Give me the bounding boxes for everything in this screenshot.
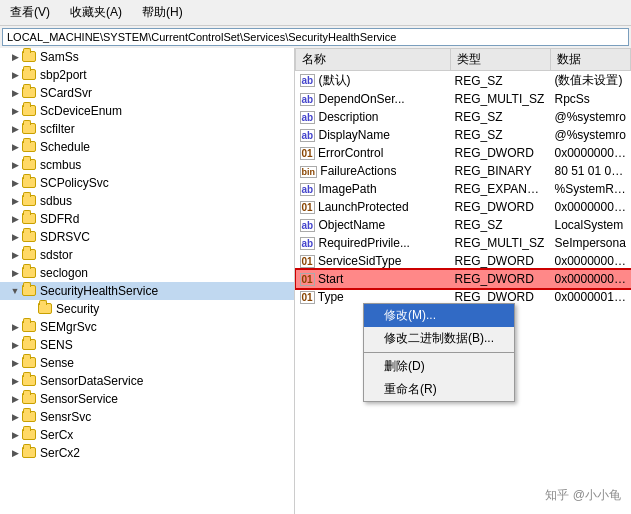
cell-data: @%systemro (551, 126, 631, 144)
cell-type: REG_EXPAND_SZ (451, 180, 551, 198)
folder-icon (22, 428, 38, 442)
tree-label: sdbus (40, 194, 72, 208)
ab-icon: ab (300, 110, 319, 124)
folder-icon (22, 284, 38, 298)
dword-icon: 01 (300, 254, 318, 268)
cell-name: DisplayName (319, 128, 390, 142)
tree-label: sdstor (40, 248, 73, 262)
cell-data: %SystemRoo (551, 180, 631, 198)
tree-item-scdeviceenum[interactable]: ▶ScDeviceEnum (0, 102, 294, 120)
dword-icon: 01 (300, 146, 318, 160)
folder-icon (22, 374, 38, 388)
folder-icon (22, 230, 38, 244)
cell-data: RpcSs (551, 90, 631, 108)
tree-item-sens[interactable]: ▶SENS (0, 336, 294, 354)
tree-item-sdstor[interactable]: ▶sdstor (0, 246, 294, 264)
cell-data: @%systemro (551, 108, 631, 126)
menu-help[interactable]: 帮助(H) (136, 2, 189, 23)
tree-panel[interactable]: ▶SamSs▶sbp2port▶SCardSvr▶ScDeviceEnum▶sc… (0, 48, 295, 514)
tree-item-sensordataservice[interactable]: ▶SensorDataService (0, 372, 294, 390)
tree-item-scmbus[interactable]: ▶scmbus (0, 156, 294, 174)
tree-item-securityhealthservice[interactable]: ▼SecurityHealthService (0, 282, 294, 300)
registry-panel[interactable]: 名称 类型 数据 ab (默认)REG_SZ(数值未设置)ab DependOn… (295, 48, 631, 514)
folder-icon (22, 446, 38, 460)
tree-item-sensrsvc[interactable]: ▶SensrSvc (0, 408, 294, 426)
folder-icon (22, 356, 38, 370)
tree-item-sercx2[interactable]: ▶SerCx2 (0, 444, 294, 462)
folder-icon (22, 104, 38, 118)
tree-label: SerCx2 (40, 446, 80, 460)
tree-item-samss[interactable]: ▶SamSs (0, 48, 294, 66)
folder-icon (22, 320, 38, 334)
address-bar: LOCAL_MACHINE\SYSTEM\CurrentControlSet\S… (2, 28, 629, 46)
cell-data: LocalSystem (551, 216, 631, 234)
tree-item-sercx[interactable]: ▶SerCx (0, 426, 294, 444)
tree-label: seclogon (40, 266, 88, 280)
tree-item-sdrsvc[interactable]: ▶SDRSVC (0, 228, 294, 246)
table-row[interactable]: ab DescriptionREG_SZ@%systemro (296, 108, 631, 126)
folder-icon (22, 122, 38, 136)
menu-bar: 查看(V) 收藏夹(A) 帮助(H) (0, 0, 631, 26)
folder-icon (22, 410, 38, 424)
table-row[interactable]: ab DisplayNameREG_SZ@%systemro (296, 126, 631, 144)
cell-data: 80 51 01 00 0 (551, 162, 631, 180)
menu-favorites[interactable]: 收藏夹(A) (64, 2, 128, 23)
tree-label: SEMgrSvc (40, 320, 97, 334)
table-row[interactable]: 01 LaunchProtectedREG_DWORD0x00000002 ( (296, 198, 631, 216)
table-row[interactable]: 01 StartREG_DWORD0x00000002 ( (296, 270, 631, 288)
ab-icon: ab (300, 128, 319, 142)
col-type[interactable]: 类型 (451, 49, 551, 71)
tree-item-sense[interactable]: ▶Sense (0, 354, 294, 372)
tree-item-schedule[interactable]: ▶Schedule (0, 138, 294, 156)
table-row[interactable]: ab ImagePathREG_EXPAND_SZ%SystemRoo (296, 180, 631, 198)
cell-name: Type (318, 290, 344, 304)
cell-type: REG_DWORD (451, 252, 551, 270)
tree-label: SensrSvc (40, 410, 91, 424)
tree-item-scardsvr[interactable]: ▶SCardSvr (0, 84, 294, 102)
main-layout: ▶SamSs▶sbp2port▶SCardSvr▶ScDeviceEnum▶sc… (0, 48, 631, 514)
context-menu-item-rename[interactable]: 重命名(R) (364, 378, 514, 401)
table-row[interactable]: 01 ServiceSidTypeREG_DWORD0x00000001 ( (296, 252, 631, 270)
tree-item-semgrsvc[interactable]: ▶SEMgrSvc (0, 318, 294, 336)
tree-item-sbp2port[interactable]: ▶sbp2port (0, 66, 294, 84)
table-row[interactable]: bin FailureActionsREG_BINARY80 51 01 00 … (296, 162, 631, 180)
tree-label: SensorDataService (40, 374, 143, 388)
cell-data: SeImpersona (551, 234, 631, 252)
ab-icon: ab (300, 236, 319, 250)
cell-type: REG_DWORD (451, 198, 551, 216)
context-menu-item-delete[interactable]: 删除(D) (364, 355, 514, 378)
context-menu-item-modify-binary[interactable]: 修改二进制数据(B)... (364, 327, 514, 350)
tree-item-security[interactable]: Security (0, 300, 294, 318)
cell-data: (数值未设置) (551, 71, 631, 91)
tree-item-scfilter[interactable]: ▶scfilter (0, 120, 294, 138)
tree-label: SDFRd (40, 212, 79, 226)
tree-item-seclogon[interactable]: ▶seclogon (0, 264, 294, 282)
cell-type: REG_SZ (451, 126, 551, 144)
col-data[interactable]: 数据 (551, 49, 631, 71)
dword-icon: 01 (300, 200, 318, 214)
folder-icon (22, 140, 38, 154)
folder-icon (22, 212, 38, 226)
col-name[interactable]: 名称 (296, 49, 451, 71)
tree-item-sdfrp[interactable]: ▶SDFRd (0, 210, 294, 228)
tree-label: SensorService (40, 392, 118, 406)
cell-type: REG_SZ (451, 71, 551, 91)
cell-name: ImagePath (319, 182, 377, 196)
tree-label: Security (56, 302, 99, 316)
tree-item-sdbus[interactable]: ▶sdbus (0, 192, 294, 210)
tree-item-scpolicysvc[interactable]: ▶SCPolicySvc (0, 174, 294, 192)
cell-name: FailureActions (320, 164, 396, 178)
context-menu-item-modify[interactable]: 修改(M)... (364, 304, 514, 327)
table-row[interactable]: ab ObjectNameREG_SZLocalSystem (296, 216, 631, 234)
tree-item-sensorservice[interactable]: ▶SensorService (0, 390, 294, 408)
folder-icon (22, 194, 38, 208)
cell-name: DependOnSer... (319, 92, 405, 106)
menu-view[interactable]: 查看(V) (4, 2, 56, 23)
table-row[interactable]: ab RequiredPrivile...REG_MULTI_SZSeImper… (296, 234, 631, 252)
folder-icon (22, 176, 38, 190)
table-row[interactable]: ab (默认)REG_SZ(数值未设置) (296, 71, 631, 91)
table-row[interactable]: 01 ErrorControlREG_DWORD0x00000001 ( (296, 144, 631, 162)
table-row[interactable]: ab DependOnSer...REG_MULTI_SZRpcSs (296, 90, 631, 108)
cell-name: ObjectName (319, 218, 386, 232)
tree-label: SecurityHealthService (40, 284, 158, 298)
